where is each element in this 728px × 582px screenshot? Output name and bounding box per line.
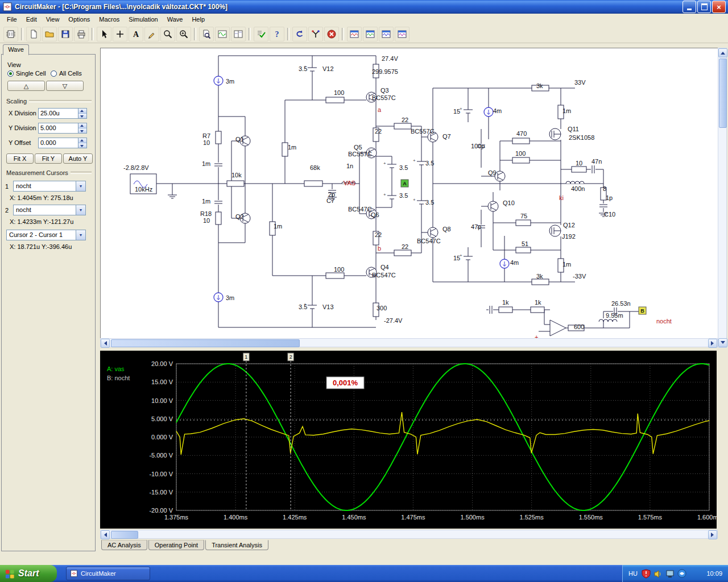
schematic-vscrollbar[interactable] (718, 48, 727, 348)
single-cell-radio[interactable]: Single Cell (7, 70, 46, 77)
y-offset-down-arrow[interactable] (78, 143, 86, 148)
svg-text:8: 8 (603, 185, 606, 192)
svg-text:26.53n: 26.53n (611, 300, 631, 307)
waveform-button[interactable] (215, 27, 230, 41)
menu-options[interactable]: Options (64, 15, 94, 24)
waveform-plot[interactable]: 20.00 V15.00 V10.00 V5.000 V0.000 V-5.00… (100, 351, 717, 529)
svg-text:R18: R18 (200, 210, 212, 217)
wave-tab[interactable]: Wave (3, 44, 29, 55)
new-file-button[interactable] (26, 27, 41, 41)
display-icon[interactable] (665, 569, 675, 579)
svg-text:-27.4V: -27.4V (384, 317, 403, 324)
svg-text:3.5: 3.5 (425, 199, 434, 206)
menu-simulation[interactable]: Simulation (124, 15, 162, 24)
svg-text:nocht: nocht (656, 318, 672, 325)
chip-button[interactable] (3, 27, 18, 41)
wave-scroll-right-arrow-icon[interactable] (708, 530, 717, 539)
plus-tool-button[interactable] (113, 27, 127, 41)
x-division-input[interactable]: 25.00u (38, 108, 87, 119)
tab-transient-analysis[interactable]: Transient Analysis (205, 540, 268, 550)
cursor2-signal-value: nocht (14, 205, 76, 215)
scaling-section: Scaling (6, 98, 92, 105)
clock[interactable]: 10:09 (706, 570, 722, 577)
probe-tool-button[interactable] (144, 27, 159, 41)
find-button[interactable] (199, 27, 214, 41)
wave-down-button[interactable]: ▽ (46, 81, 84, 91)
menu-macros[interactable]: Macros (94, 15, 124, 24)
auto-y-button[interactable]: Auto Y (63, 153, 93, 164)
svg-text:33V: 33V (574, 79, 586, 86)
cursor2-dropdown-icon[interactable]: ▼ (76, 205, 85, 215)
restore-button[interactable] (697, 1, 711, 13)
scope-c-button[interactable] (379, 27, 394, 41)
cursor2-signal-select[interactable]: nocht ▼ (13, 205, 86, 215)
menu-view[interactable]: View (42, 15, 64, 24)
scroll-down-arrow-icon[interactable] (718, 338, 727, 347)
cursor-diff-select[interactable]: Cursor 2 - Cursor 1 ▼ (6, 230, 86, 240)
vscroll-thumb[interactable] (719, 59, 727, 128)
svg-text:3.5: 3.5 (299, 304, 307, 310)
tab-ac-analysis[interactable]: AC Analysis (101, 540, 147, 550)
minimize-button[interactable] (682, 1, 696, 13)
zoom-area-icon (179, 29, 189, 39)
scroll-right-arrow-icon[interactable] (708, 339, 717, 348)
y-division-up-arrow[interactable] (78, 123, 86, 128)
probe-y-icon (311, 29, 321, 39)
close-button[interactable]: × (712, 1, 726, 13)
y-division-down-arrow[interactable] (78, 128, 86, 133)
arrow-tool-button[interactable] (97, 27, 111, 41)
scroll-up-arrow-icon[interactable] (718, 48, 727, 57)
save-button[interactable] (58, 27, 73, 41)
print-button[interactable] (74, 27, 89, 41)
scope-d-button[interactable] (395, 27, 410, 41)
taskbar-item-circuitmaker[interactable]: CircuitMaker (66, 567, 150, 580)
fit-y-button[interactable]: Fit Y (35, 153, 62, 164)
open-file-button[interactable] (42, 27, 57, 41)
menu-wave[interactable]: Wave (163, 15, 188, 24)
toolbar-separator (21, 28, 23, 40)
menu-edit[interactable]: Edit (22, 15, 42, 24)
messenger-icon[interactable] (677, 569, 686, 579)
run-check-icon (256, 29, 266, 39)
wave-panel-body: View Single Cell All Cells △ ▽ Scaling X… (1, 54, 96, 551)
split-view-button[interactable] (231, 27, 246, 41)
probe-y-button[interactable] (308, 27, 323, 41)
hscroll-thumb[interactable] (111, 339, 300, 347)
svg-text:1.475ms: 1.475ms (401, 514, 425, 521)
scroll-left-arrow-icon[interactable] (101, 339, 110, 348)
fit-x-button[interactable]: Fit X (6, 153, 34, 164)
waveform-hscrollbar[interactable] (100, 530, 718, 539)
help-button[interactable]: ? (270, 27, 284, 41)
stop-button[interactable] (324, 27, 339, 41)
x-division-down-arrow[interactable] (78, 114, 86, 118)
y-offset-up-arrow[interactable] (78, 138, 86, 143)
run-check-button[interactable] (254, 27, 268, 41)
volume-icon[interactable] (653, 569, 663, 579)
text-tool-button[interactable]: A (129, 27, 143, 41)
y-division-input[interactable]: 5.000 (38, 123, 87, 134)
menu-help[interactable]: Help (187, 15, 209, 24)
all-cells-radio[interactable]: All Cells (51, 70, 82, 77)
x-division-up-arrow[interactable] (78, 109, 86, 114)
cursor1-dropdown-icon[interactable]: ▼ (76, 181, 85, 191)
security-shield-icon[interactable] (642, 569, 651, 579)
start-button[interactable]: Start (0, 565, 57, 582)
zoom-area-button[interactable] (176, 27, 191, 41)
schematic-hscrollbar[interactable] (100, 338, 718, 347)
menu-file[interactable]: File (2, 15, 22, 24)
zoom-button[interactable] (160, 27, 175, 41)
scope-a-button[interactable] (347, 27, 362, 41)
scope-b-button[interactable] (363, 27, 378, 41)
wave-hscroll-thumb[interactable] (111, 531, 138, 539)
cursor-diff-dropdown-icon[interactable]: ▼ (76, 230, 85, 240)
svg-text:Q12: Q12 (563, 222, 575, 228)
y-offset-input[interactable]: 0.000 (38, 138, 87, 148)
app-icon (2, 2, 13, 12)
language-indicator[interactable]: HU (628, 570, 638, 577)
wave-up-button[interactable]: △ (7, 81, 45, 91)
wave-scroll-left-arrow-icon[interactable] (101, 530, 110, 539)
schematic-canvas[interactable]: ++++++++AB27.4V3.5V12299.95753m100Q3BC55… (100, 48, 718, 339)
undo-button[interactable] (292, 27, 307, 41)
cursor1-signal-select[interactable]: nocht ▼ (13, 181, 86, 192)
tab-operating-point[interactable]: Operating Point (148, 540, 204, 550)
